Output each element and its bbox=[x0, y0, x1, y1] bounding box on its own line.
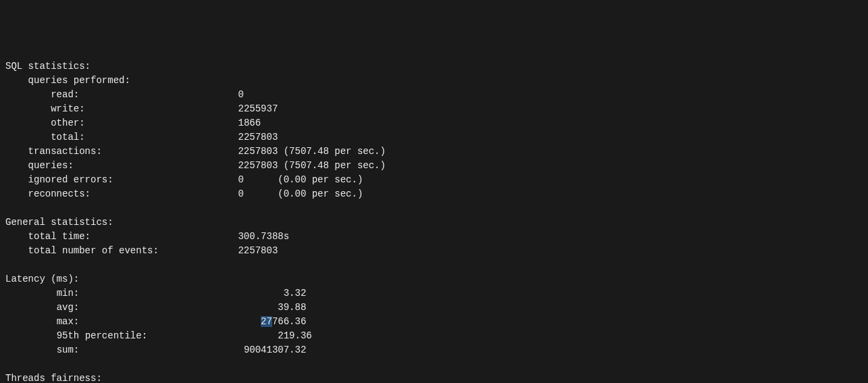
latency-p95-value: 219.36 bbox=[278, 330, 311, 341]
total-time-label: total time: bbox=[28, 231, 91, 242]
total-events-value: 2257803 bbox=[238, 245, 278, 256]
latency-avg-value: 39.88 bbox=[278, 302, 306, 313]
latency-max-value-selected: 27 bbox=[261, 316, 272, 327]
general-stats-header: General statistics: bbox=[5, 217, 113, 228]
latency-max-value-rest: 766.36 bbox=[272, 316, 306, 327]
latency-max-label: max: bbox=[57, 316, 80, 327]
latency-min-label: min: bbox=[57, 288, 80, 299]
ignored-errors-value: 0 (0.00 per sec.) bbox=[238, 174, 363, 185]
total-value: 2257803 bbox=[238, 132, 278, 143]
write-label: write: bbox=[51, 103, 84, 114]
latency-avg-label: avg: bbox=[57, 302, 80, 313]
latency-sum-label: sum: bbox=[57, 344, 80, 355]
threads-header: Threads fairness: bbox=[5, 373, 102, 383]
terminal-output[interactable]: SQL statistics: queries performed: read:… bbox=[5, 59, 863, 383]
transactions-value: 2257803 (7507.48 per sec.) bbox=[238, 146, 385, 157]
total-events-label: total number of events: bbox=[28, 245, 159, 256]
read-label: read: bbox=[51, 89, 79, 100]
other-label: other: bbox=[51, 118, 84, 128]
total-label: total: bbox=[51, 132, 84, 143]
read-value: 0 bbox=[238, 89, 243, 100]
total-time-value: 300.7388s bbox=[238, 231, 289, 242]
reconnects-value: 0 (0.00 per sec.) bbox=[238, 188, 363, 199]
queries-performed-label: queries performed: bbox=[28, 75, 130, 86]
latency-sum-value: 90041307.32 bbox=[244, 344, 306, 355]
latency-p95-label: 95th percentile: bbox=[57, 330, 147, 341]
latency-header: Latency (ms): bbox=[5, 274, 79, 284]
write-value: 2255937 bbox=[238, 103, 278, 114]
sql-stats-header: SQL statistics: bbox=[5, 61, 91, 72]
ignored-errors-label: ignored errors: bbox=[28, 174, 113, 185]
reconnects-label: reconnects: bbox=[28, 188, 91, 199]
latency-min-value: 3.32 bbox=[284, 288, 307, 299]
transactions-label: transactions: bbox=[28, 146, 102, 157]
other-value: 1866 bbox=[238, 118, 261, 128]
queries-value: 2257803 (7507.48 per sec.) bbox=[238, 160, 385, 171]
queries-label: queries: bbox=[28, 160, 74, 171]
